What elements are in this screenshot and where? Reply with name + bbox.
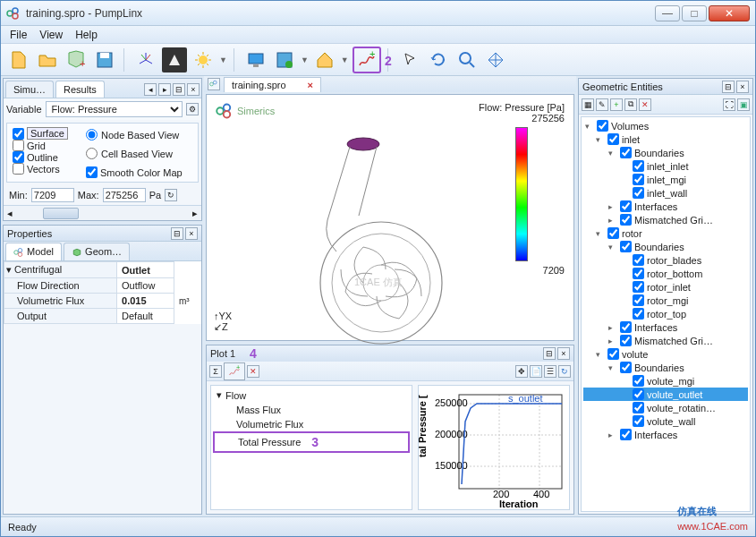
annotation-2: 2 — [385, 54, 392, 68]
select-all-icon[interactable]: ⛶ — [723, 98, 735, 111]
grid-checkbox[interactable] — [13, 140, 24, 151]
panel-close-icon[interactable]: × — [187, 83, 200, 96]
entity-edit-icon[interactable]: ✎ — [596, 98, 608, 111]
svg-point-13 — [14, 251, 19, 255]
plot-item[interactable]: Mass Flux — [213, 403, 410, 417]
list-icon[interactable]: ☰ — [544, 365, 556, 378]
tab-simu[interactable]: Simu… — [5, 81, 54, 98]
delete-icon[interactable]: ✕ — [247, 365, 259, 378]
minimize-button[interactable]: — — [655, 5, 680, 21]
plot-tree[interactable]: ▾ Flow Mass Flux Volumetric Flux Total P… — [210, 385, 412, 510]
entity-cube-icon[interactable]: ▣ — [737, 98, 750, 111]
entity-copy-icon[interactable]: ⧉ — [624, 98, 637, 111]
pin-icon[interactable]: ⊟ — [173, 83, 185, 96]
nav-right-icon[interactable]: ▸ — [158, 83, 171, 96]
variable-select[interactable]: Flow: Pressure — [46, 101, 183, 117]
tab-geom[interactable]: Geom… — [64, 243, 130, 260]
pin-icon[interactable]: ⊟ — [543, 347, 556, 360]
dropdown-arrow-icon[interactable]: ▼ — [301, 55, 309, 64]
max-input[interactable] — [103, 188, 146, 202]
pin-icon[interactable]: ⊟ — [171, 227, 183, 240]
svg-point-14 — [18, 249, 22, 253]
panel-close-icon[interactable]: × — [185, 227, 198, 240]
dropdown-arrow-icon[interactable]: ▼ — [341, 55, 349, 64]
dropdown-arrow-icon[interactable]: ▼ — [219, 55, 227, 64]
entity-add-icon[interactable]: + — [610, 98, 623, 111]
add-plot-icon[interactable]: + 2 — [353, 47, 381, 73]
smooth-checkbox[interactable] — [86, 166, 98, 178]
menu-help[interactable]: Help — [75, 29, 98, 41]
main-toolbar: + ▼ ▼ ▼ + 2 — [1, 44, 755, 76]
cell-view-radio[interactable] — [86, 148, 98, 159]
svg-rect-5 — [100, 53, 109, 58]
close-button[interactable]: ✕ — [709, 5, 750, 21]
node-view-radio[interactable] — [86, 129, 98, 141]
plot-tree-root[interactable]: ▾ Flow — [213, 388, 410, 403]
app-icon — [6, 6, 21, 21]
min-input[interactable] — [31, 188, 74, 202]
close-tab-icon[interactable]: × — [308, 80, 313, 90]
refresh-plot-icon[interactable]: ↻ — [558, 365, 571, 378]
tab-results[interactable]: Results — [55, 81, 105, 98]
pan-plot-icon[interactable]: ✥ — [515, 365, 528, 378]
shading-icon[interactable] — [162, 47, 187, 72]
doc-icon[interactable] — [208, 78, 220, 90]
pan-icon[interactable] — [483, 47, 508, 72]
nav-left-icon[interactable]: ◂ — [144, 83, 157, 96]
svg-text:+: + — [370, 49, 375, 59]
svg-point-15 — [18, 252, 22, 257]
panel-close-icon[interactable]: × — [736, 81, 749, 93]
svg-point-20 — [224, 111, 231, 118]
pin-icon[interactable]: ⊟ — [722, 81, 735, 93]
svg-point-0 — [7, 11, 13, 16]
svg-point-19 — [224, 105, 231, 112]
vectors-checkbox[interactable] — [13, 163, 24, 175]
outline-checkbox[interactable] — [13, 151, 24, 163]
mesh-add-icon[interactable]: + — [64, 47, 89, 72]
mini-chart: tal Pressure [ Iteration 250000200000150… — [418, 385, 570, 510]
variable-settings-icon[interactable]: ⚙ — [186, 103, 199, 115]
maximize-button[interactable]: □ — [682, 5, 707, 21]
add-curve-icon[interactable]: + — [224, 362, 245, 380]
cursor-icon[interactable] — [397, 47, 422, 72]
axes-icon[interactable] — [133, 47, 158, 72]
min-label: Min: — [9, 190, 28, 200]
surface-checkbox[interactable] — [13, 128, 24, 140]
panel-close-icon[interactable]: × — [557, 347, 570, 360]
tab-model[interactable]: Model — [5, 243, 62, 260]
new-file-icon[interactable] — [6, 47, 31, 72]
geometry-tree[interactable]: ▾Volumes ▾inlet ▾Boundaries inlet_inlet … — [581, 116, 751, 512]
svg-text:250000: 250000 — [435, 397, 468, 408]
svg-point-1 — [13, 8, 18, 13]
h-scrollbar[interactable]: ◂▸ — [4, 205, 201, 220]
document-tab[interactable]: training.spro× — [224, 77, 321, 92]
tree-item-volute-outlet[interactable]: volute_outlet — [583, 388, 748, 401]
monitor-icon[interactable] — [243, 47, 268, 72]
entity-icon[interactable]: ▦ — [582, 98, 594, 111]
save-icon[interactable] — [92, 47, 117, 72]
properties-title: Properties — [7, 228, 52, 239]
light-icon[interactable] — [191, 47, 216, 72]
export-plot-icon[interactable]: 📄 — [530, 365, 542, 378]
svg-point-10 — [285, 61, 293, 68]
plot-item[interactable]: Volumetric Flux — [213, 417, 410, 431]
svg-text:200000: 200000 — [435, 429, 468, 439]
rotate-icon[interactable] — [426, 47, 451, 72]
3d-viewport[interactable]: Simerics Flow: Pressure [Pa] 275256 7209 — [206, 94, 574, 341]
range-reset-icon[interactable]: ↻ — [165, 189, 177, 201]
home-icon[interactable] — [312, 47, 337, 72]
annotation-3: 3 — [311, 435, 319, 449]
zoom-icon[interactable] — [454, 47, 480, 72]
chart-xlabel: Iteration — [499, 499, 539, 509]
open-file-icon[interactable] — [35, 47, 60, 72]
save-image-icon[interactable] — [272, 47, 297, 72]
statusbar: Ready — [1, 516, 755, 536]
axis-triad: ↑YX ↙Z — [214, 311, 232, 333]
menu-file[interactable]: File — [10, 29, 27, 41]
entity-delete-icon[interactable]: ✕ — [639, 98, 651, 111]
plot-item-total-pressure[interactable]: Total Pressure3 — [213, 431, 410, 453]
sigma-icon[interactable]: Σ — [209, 365, 222, 378]
menu-view[interactable]: View — [39, 29, 63, 41]
colorbar — [515, 127, 528, 261]
svg-point-12 — [460, 53, 471, 64]
